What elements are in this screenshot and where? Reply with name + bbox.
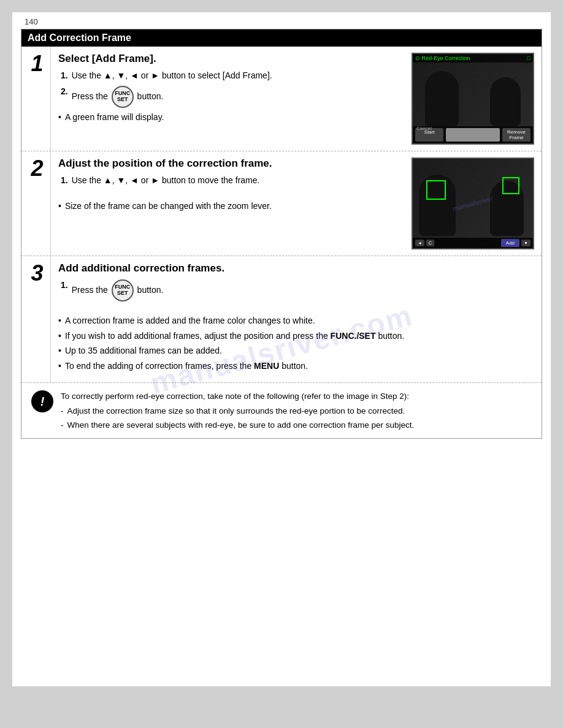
step-1-row: 1 Select [Add Frame]. 1. Use the ▲, ▼, ◄… bbox=[21, 47, 542, 151]
page: 140 Add Correction Frame 1 Select [Add F… bbox=[12, 12, 551, 686]
step-3-bullet-text-1: A correction frame is added and the fram… bbox=[65, 315, 315, 327]
left-btn: ◄ bbox=[415, 240, 424, 246]
bullet-dot-3c: • bbox=[58, 345, 61, 357]
step-1-label-1: 1. bbox=[61, 70, 68, 82]
bullet-dot-3d: • bbox=[58, 360, 61, 373]
step-1-text: Select [Add Frame]. 1. Use the ▲, ▼, ◄ o… bbox=[51, 47, 407, 151]
step-2-text-1: Use the ▲, ▼, ◄ or ► button to move the … bbox=[72, 175, 260, 187]
step-3-instruction-1: 1. Press the FUNC SET button. bbox=[61, 279, 534, 301]
step-3-text-1: Press the FUNC SET button. bbox=[72, 279, 164, 301]
step-3-bullet-2: • If you wish to add additional frames, … bbox=[58, 330, 534, 343]
down-icon: ▼ bbox=[521, 240, 530, 246]
screen-watermark: manualsriver bbox=[451, 194, 494, 212]
step-2-bullet-text: Size of the frame can be changed with th… bbox=[65, 200, 272, 213]
remove-frame-btn: Remove Frame bbox=[502, 128, 530, 142]
func-set-button-1: FUNC SET bbox=[112, 86, 134, 108]
highlight-btn bbox=[446, 128, 500, 142]
step-3-bullet-1: • A correction frame is added and the fr… bbox=[58, 315, 534, 327]
step-3-bullet-text-4: To end the adding of correction frames, … bbox=[65, 360, 308, 373]
screen-top-bar-1: ⊙ Red-Eye Correction □ bbox=[413, 54, 533, 63]
step-3-bullet-text-3: Up to 35 additional frames can be added. bbox=[65, 345, 222, 357]
screen-bottom-bar-2: ◄ C Add ▼ bbox=[413, 238, 533, 248]
step-1-text-2: Press the FUNC SET button. bbox=[72, 86, 164, 108]
step-2-row: 2 Adjust the position of the correction … bbox=[21, 151, 542, 256]
step-3-number: 3 bbox=[21, 256, 51, 382]
step-1-content: Select [Add Frame]. 1. Use the ▲, ▼, ◄ o… bbox=[51, 47, 542, 151]
step-2-instruction-1: 1. Use the ▲, ▼, ◄ or ► button to move t… bbox=[61, 175, 399, 187]
note-dash-item-1: - Adjust the correction frame size so th… bbox=[61, 406, 414, 417]
step-2-bullet-1: • Size of the frame can be changed with … bbox=[58, 200, 399, 213]
bullet-dot: • bbox=[58, 112, 61, 124]
note-section: ! To correctly perform red-eye correctio… bbox=[21, 383, 542, 438]
note-text: To correctly perform red-eye correction,… bbox=[61, 390, 414, 431]
cancel-label: Cancel bbox=[416, 126, 432, 131]
note-item-text-1: Adjust the correction frame size so that… bbox=[67, 406, 405, 417]
right-btn: C bbox=[426, 240, 434, 246]
note-item-text-2: When there are several subjects with red… bbox=[67, 420, 415, 431]
step-3-row: 3 Add additional correction frames. 1. P… bbox=[21, 256, 542, 382]
note-dash-1: - bbox=[61, 406, 64, 417]
func-set-button-2: FUNC SET bbox=[112, 279, 134, 301]
step-3-bullet-4: • To end the adding of correction frames… bbox=[58, 360, 534, 373]
step-2-label-1: 1. bbox=[61, 175, 68, 187]
step-1-image: ⊙ Red-Eye Correction □ Start Remove Fram… bbox=[407, 47, 542, 151]
step-2-image: manualsriver ◄ C Add ▼ bbox=[407, 151, 542, 256]
step-1-instruction-2: 2. Press the FUNC SET button. bbox=[61, 86, 399, 108]
step-1-instruction-1: 1. Use the ▲, ▼, ◄ or ► button to select… bbox=[61, 70, 399, 82]
set-label-2: SET bbox=[117, 290, 128, 297]
step-2-content: Adjust the position of the correction fr… bbox=[51, 151, 542, 256]
note-dash-item-2: - When there are several subjects with r… bbox=[61, 420, 414, 431]
step-1-bullet-1: • A green frame will display. bbox=[58, 112, 399, 124]
camera-screen-2: manualsriver ◄ C Add ▼ bbox=[412, 157, 534, 249]
step-3-instructions: 1. Press the FUNC SET button. bbox=[61, 279, 534, 301]
correction-frame-right bbox=[502, 177, 519, 194]
step-3-title: Add additional correction frames. bbox=[58, 262, 534, 275]
note-intro: To correctly perform red-eye correction,… bbox=[61, 392, 409, 401]
step-2-number: 2 bbox=[21, 151, 51, 256]
correction-frame-left bbox=[426, 180, 446, 200]
step-3-label-1: 1. bbox=[61, 279, 68, 301]
add-btn: Add bbox=[501, 239, 519, 247]
set-label: SET bbox=[117, 97, 128, 103]
warning-icon: ! bbox=[31, 390, 53, 412]
page-number: 140 bbox=[12, 12, 551, 29]
bullet-dot-3a: • bbox=[58, 315, 61, 327]
step-1-number: 1 bbox=[21, 47, 51, 151]
bullet-dot-3b: • bbox=[58, 330, 61, 343]
step-3-bullet-text-2: If you wish to add additional frames, ad… bbox=[65, 330, 404, 343]
silhouette-left-1 bbox=[425, 71, 459, 126]
step-1-label-2: 2. bbox=[61, 86, 68, 108]
bullet-dot-2: • bbox=[58, 200, 61, 213]
step-2-instructions: 1. Use the ▲, ▼, ◄ or ► button to move t… bbox=[61, 175, 399, 187]
step-3-bullet-3: • Up to 35 additional frames can be adde… bbox=[58, 345, 534, 357]
main-box: Add Correction Frame 1 Select [Add Frame… bbox=[21, 29, 542, 439]
step-1-text-1: Use the ▲, ▼, ◄ or ► button to select [A… bbox=[72, 70, 272, 82]
step-2-text: Adjust the position of the correction fr… bbox=[51, 151, 407, 256]
step-1-instructions: 1. Use the ▲, ▼, ◄ or ► button to select… bbox=[61, 70, 399, 108]
step-2-title: Adjust the position of the correction fr… bbox=[58, 157, 399, 170]
step-1-title: Select [Add Frame]. bbox=[58, 53, 399, 65]
camera-screen-1: ⊙ Red-Eye Correction □ Start Remove Fram… bbox=[412, 53, 534, 145]
note-dash-2: - bbox=[61, 420, 64, 431]
screen-title-1: ⊙ Red-Eye Correction bbox=[415, 55, 470, 61]
silhouette-right-1 bbox=[490, 77, 521, 126]
screen-icon-q: □ bbox=[527, 55, 530, 61]
main-title: Add Correction Frame bbox=[21, 29, 542, 47]
step-3-content: Add additional correction frames. 1. Pre… bbox=[51, 256, 542, 382]
step-1-bullet-text: A green frame will display. bbox=[65, 112, 164, 124]
